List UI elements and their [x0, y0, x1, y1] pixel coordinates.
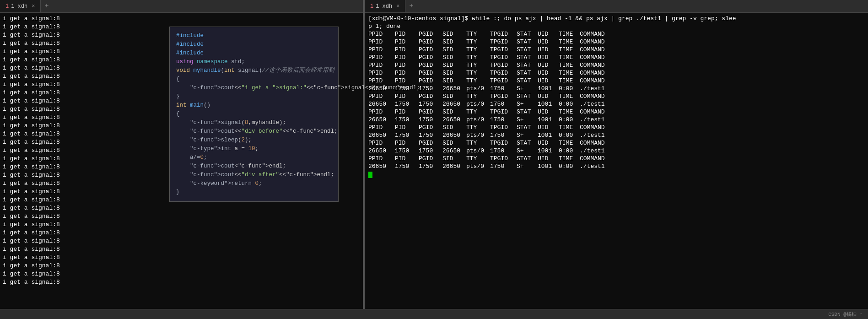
terminal-output-line: i get a signal:8 — [3, 229, 360, 237]
code-line: void myhandle(int signal)//这个函数后面会经常用到 — [176, 66, 332, 75]
process-table-row: 266501750175026650pts/01750S+10010:00./t… — [368, 162, 864, 170]
code-line: #include — [176, 49, 332, 58]
right-tab-xdh[interactable]: 1 1 xdh × — [365, 0, 405, 12]
code-line: "c-keyword">return 0; — [176, 179, 332, 188]
process-table-row: PPIDPIDPGIDSIDTTYTPGIDSTATUIDTIMECOMMAND — [368, 77, 864, 85]
left-tab-bar: 1 1 xdh × + — [0, 0, 363, 13]
terminal-output-line: i get a signal:8 — [3, 254, 360, 262]
terminal-cursor — [368, 172, 372, 178]
right-tab-number: 1 — [370, 3, 373, 10]
bottom-bar: CSDN @橘柚 ↑ — [0, 309, 868, 319]
process-table-row: PPIDPIDPGIDSIDTTYTPGIDSTATUIDTIMECOMMAND — [368, 38, 864, 46]
process-table-row: PPIDPIDPGIDSIDTTYTPGIDSTATUIDTIMECOMMAND — [368, 139, 864, 147]
code-line: "c-func">cout<<"div before"<<"c-func">en… — [176, 127, 332, 136]
code-line: #include — [176, 32, 332, 40]
code-line: "c-func">cout<<"i get a ">signal:"<<"c-f… — [176, 84, 332, 92]
code-line: "c-func">sleep(2); — [176, 136, 332, 145]
watermark-text: CSDN @橘柚 ↑ — [828, 311, 863, 318]
right-prompt-line1: [xdh@VM-0-10-centos signal]$ while :; do… — [368, 15, 864, 22]
process-table-row: PPIDPIDPGIDSIDTTYTPGIDSTATUIDTIMECOMMAND — [368, 69, 864, 77]
right-tab-label: 1 xdh — [376, 3, 392, 10]
terminal-output-line: i get a signal:8 — [3, 212, 360, 221]
right-tab-bar: 1 1 xdh × + — [365, 0, 868, 13]
code-line: "c-type">int a = 10; — [176, 145, 332, 153]
terminal-output-line: i get a signal:8 — [3, 15, 360, 23]
process-table-row: PPIDPIDPGIDSIDTTYTPGIDSTATUIDTIMECOMMAND — [368, 46, 864, 54]
code-panel: #include#include#includeusing namespace … — [169, 27, 339, 202]
process-table-row: PPIDPIDPGIDSIDTTYTPGIDSTATUIDTIMECOMMAND — [368, 54, 864, 61]
terminal-output-line: i get a signal:8 — [3, 262, 360, 270]
process-table-row: PPIDPIDPGIDSIDTTYTPGIDSTATUIDTIMECOMMAND — [368, 61, 864, 69]
terminal-output-line: i get a signal:8 — [3, 237, 360, 245]
code-line: #include — [176, 40, 332, 49]
code-line: "c-func">cout<"c-func">endl; — [176, 162, 332, 171]
code-line: "c-func">cout<<"div after"<<"c-func">end… — [176, 171, 332, 179]
code-line: { — [176, 75, 332, 84]
process-table-row: PPIDPIDPGIDSIDTTYTPGIDSTATUIDTIMECOMMAND — [368, 155, 864, 162]
left-tab-xdh[interactable]: 1 1 xdh × — [0, 0, 41, 12]
process-table-row: PPIDPIDPGIDSIDTTYTPGIDSTATUIDTIMECOMMAND — [368, 108, 864, 116]
left-tab-label: 1 xdh — [11, 3, 27, 10]
terminal-output-line: i get a signal:8 — [3, 278, 360, 287]
right-tab-close[interactable]: × — [396, 3, 399, 10]
right-tab-add-button[interactable]: + — [405, 2, 417, 10]
terminal-output-line: i get a signal:8 — [3, 221, 360, 229]
terminal-output-line: i get a signal:8 — [3, 270, 360, 278]
process-table-row: 266501750175026650pts/01750S+10010:00./t… — [368, 100, 864, 108]
terminal-output-line: i get a signal:8 — [3, 245, 360, 254]
process-table-row: PPIDPIDPGIDSIDTTYTPGIDSTATUIDTIMECOMMAND — [368, 30, 864, 38]
right-prompt-line2: p 1; done — [368, 22, 864, 30]
code-line: } — [176, 188, 332, 197]
left-tab-number: 1 — [5, 3, 9, 10]
terminal-output-line: i get a signal:8 — [3, 204, 360, 212]
left-tab-add-button[interactable]: + — [41, 2, 52, 10]
code-line: using namespace std; — [176, 58, 332, 66]
code-line: int main() — [176, 101, 332, 110]
code-line: } — [176, 92, 332, 101]
left-tab-close[interactable]: × — [32, 3, 35, 10]
process-table-row: 266501750175026650pts/01750S+10010:00./t… — [368, 116, 864, 124]
right-terminal-area: [xdh@VM-0-10-centos signal]$ while :; do… — [365, 13, 868, 309]
code-line: { — [176, 110, 332, 119]
right-pane: 1 1 xdh × + [xdh@VM-0-10-centos signal]$… — [365, 0, 868, 309]
process-table-row: 266501750175026650pts/01750S+10010:00./t… — [368, 131, 864, 139]
process-table-row: 266501750175026650pts/01750S+10010:00./t… — [368, 85, 864, 92]
process-table-row: PPIDPIDPGIDSIDTTYTPGIDSTATUIDTIMECOMMAND — [368, 124, 864, 131]
code-line: "c-func">signal(8,myhandle); — [176, 119, 332, 127]
code-line: a/=0; — [176, 153, 332, 162]
process-table-row: 266501750175026650pts/01750S+10010:00./t… — [368, 147, 864, 155]
process-table-row: PPIDPIDPGIDSIDTTYTPGIDSTATUIDTIMECOMMAND — [368, 92, 864, 100]
